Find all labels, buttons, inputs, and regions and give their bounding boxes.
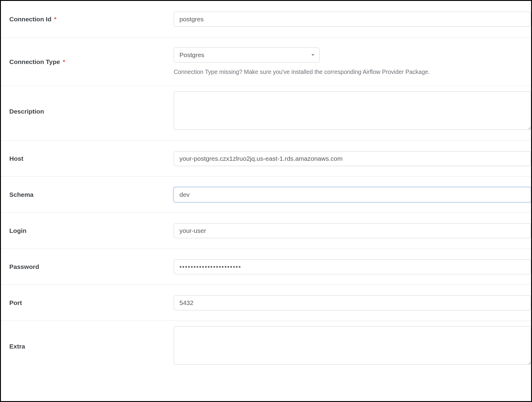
label-port: Port [1, 299, 174, 306]
password-input[interactable] [174, 259, 531, 274]
label-text-connection-id: Connection Id [9, 16, 51, 23]
host-input[interactable] [174, 151, 531, 166]
field-description [174, 91, 531, 131]
field-extra [174, 326, 531, 366]
row-port: Port [1, 285, 531, 321]
row-schema: Schema [1, 177, 531, 213]
required-star-icon: * [54, 16, 57, 23]
label-password: Password [1, 263, 174, 270]
field-connection-type: Postgres Connection Type missing? Make s… [174, 47, 531, 76]
label-schema: Schema [1, 191, 174, 198]
row-extra: Extra [1, 321, 531, 372]
row-password: Password [1, 249, 531, 285]
field-password [174, 259, 531, 274]
connection-id-input[interactable] [174, 12, 531, 27]
label-login: Login [1, 227, 174, 234]
label-text-connection-type: Connection Type [9, 58, 60, 65]
label-extra: Extra [1, 343, 174, 350]
field-host [174, 151, 531, 166]
connection-type-select-value: Postgres [174, 47, 320, 62]
connection-type-help-text: Connection Type missing? Make sure you'v… [174, 68, 531, 76]
extra-textarea[interactable] [174, 326, 531, 365]
label-connection-type: Connection Type * [1, 58, 174, 65]
port-input[interactable] [174, 295, 531, 310]
field-port [174, 295, 531, 310]
field-connection-id [174, 12, 531, 27]
required-star-icon: * [63, 58, 65, 65]
row-host: Host [1, 141, 531, 177]
login-input[interactable] [174, 223, 531, 238]
connection-type-select[interactable]: Postgres [174, 47, 320, 62]
label-description: Description [1, 108, 174, 115]
row-connection-id: Connection Id * [1, 1, 531, 38]
row-description: Description [1, 86, 531, 141]
row-connection-type: Connection Type * Postgres Connection Ty… [1, 38, 531, 86]
row-login: Login [1, 213, 531, 249]
connection-form: Connection Id * Connection Type * Postgr… [0, 0, 532, 402]
description-textarea[interactable] [174, 91, 531, 130]
field-schema [174, 187, 531, 202]
field-login [174, 223, 531, 238]
label-connection-id: Connection Id * [1, 16, 174, 23]
label-host: Host [1, 155, 174, 162]
schema-input[interactable] [174, 187, 531, 202]
